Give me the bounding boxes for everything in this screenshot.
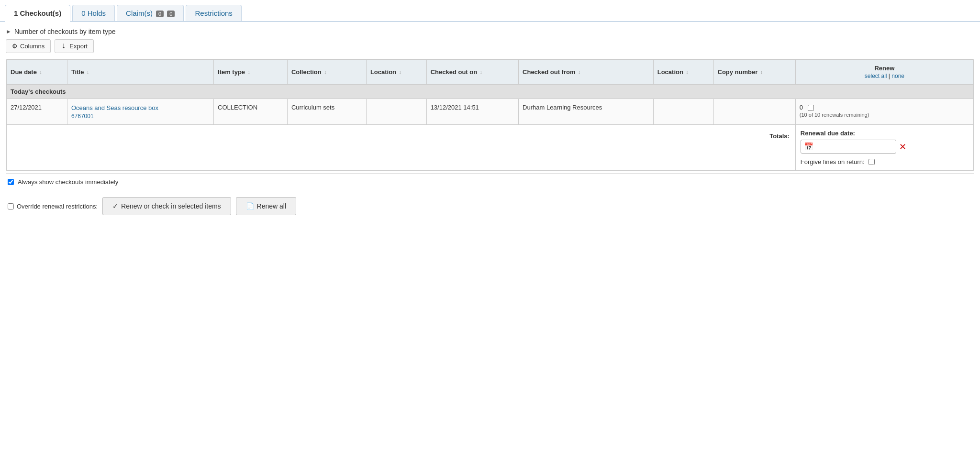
sort-icon[interactable]: ↕ bbox=[480, 70, 482, 75]
always-show-row: Always show checkouts immediately bbox=[6, 173, 974, 190]
renewal-due-date-label: Renewal due date: bbox=[801, 130, 969, 137]
cell-due-date: 27/12/2021 bbox=[7, 99, 67, 125]
checkouts-table-wrap: Due date ↕ Title ↕ Item type ↕ Collectio… bbox=[6, 59, 974, 171]
cell-location2 bbox=[653, 99, 713, 125]
totals-label: Totals: bbox=[769, 132, 790, 140]
sort-icon[interactable]: ↕ bbox=[399, 70, 401, 75]
section-header-row: Today's checkouts bbox=[7, 85, 974, 99]
th-collection: Collection ↕ bbox=[287, 60, 366, 85]
sort-icon[interactable]: ↕ bbox=[578, 70, 580, 75]
select-none-link[interactable]: none bbox=[891, 73, 904, 79]
claims-badge-1: 0 bbox=[156, 11, 164, 17]
sort-icon[interactable]: ↕ bbox=[686, 70, 689, 75]
forgive-fines-checkbox[interactable] bbox=[869, 159, 875, 165]
main-content: ► Number of checkouts by item type ⚙ Col… bbox=[0, 22, 980, 223]
override-label-text: Override renewal restrictions: bbox=[17, 203, 98, 210]
renew-checkbox[interactable] bbox=[808, 105, 814, 111]
cell-collection: Curriculum sets bbox=[287, 99, 366, 125]
tab-checkouts[interactable]: 1 Checkout(s) bbox=[5, 5, 70, 22]
totals-row: Totals: Renewal due date: 📅 ✕ Forgi bbox=[7, 125, 974, 171]
collapsible-label: Number of checkouts by item type bbox=[14, 28, 116, 35]
renew-selected-label: Renew or check in selected items bbox=[121, 202, 221, 210]
always-show-checkbox[interactable] bbox=[8, 179, 14, 185]
sort-icon[interactable]: ↕ bbox=[40, 70, 42, 75]
renewal-date-input[interactable] bbox=[815, 143, 892, 150]
totals-label-cell: Totals: bbox=[7, 125, 796, 171]
th-location2: Location ↕ bbox=[653, 60, 713, 85]
sort-icon[interactable]: ↕ bbox=[87, 70, 89, 75]
checkouts-table: Due date ↕ Title ↕ Item type ↕ Collectio… bbox=[6, 59, 974, 171]
sort-icon[interactable]: ↕ bbox=[248, 70, 250, 75]
bottom-bar: Override renewal restrictions: ✓ Renew o… bbox=[6, 190, 974, 217]
forgive-fines-row: Forgive fines on return: bbox=[801, 158, 969, 165]
th-item-type: Item type ↕ bbox=[214, 60, 288, 85]
renew-all-icon: 📄 bbox=[246, 202, 254, 210]
cell-item-type: COLLECTION bbox=[214, 99, 288, 125]
item-barcode: 6767001 bbox=[71, 113, 94, 120]
tab-holds-label: 0 Holds bbox=[81, 9, 106, 17]
th-renew: Renew select all | none bbox=[795, 60, 973, 85]
renew-count: 0 bbox=[800, 104, 803, 111]
tab-claims[interactable]: Claim(s) 0 0 bbox=[117, 5, 184, 21]
columns-button[interactable]: ⚙ Columns bbox=[6, 39, 51, 53]
th-copy-number: Copy number ↕ bbox=[713, 60, 795, 85]
renew-all-label: Renew all bbox=[257, 202, 286, 210]
th-title: Title ↕ bbox=[67, 60, 213, 85]
renew-all-button[interactable]: 📄 Renew all bbox=[236, 197, 296, 215]
select-all-link[interactable]: select all bbox=[865, 73, 887, 79]
date-input-field[interactable]: 📅 bbox=[801, 140, 896, 154]
override-label: Override renewal restrictions: bbox=[8, 203, 98, 210]
section-label: Today's checkouts bbox=[7, 85, 974, 99]
cell-location bbox=[366, 99, 426, 125]
gear-icon: ⚙ bbox=[12, 43, 18, 50]
claims-badge-2: 0 bbox=[167, 11, 175, 17]
sort-icon[interactable]: ↕ bbox=[324, 70, 326, 75]
th-location: Location ↕ bbox=[366, 60, 426, 85]
cell-checked-out-on: 13/12/2021 14:51 bbox=[426, 99, 518, 125]
renew-header-label: Renew bbox=[800, 65, 969, 72]
forgive-fines-label: Forgive fines on return: bbox=[801, 158, 865, 165]
th-due-date: Due date ↕ bbox=[7, 60, 67, 85]
th-checked-out-on: Checked out on ↕ bbox=[426, 60, 518, 85]
columns-label: Columns bbox=[20, 43, 45, 50]
toolbar: ⚙ Columns ⭳ Export bbox=[6, 39, 974, 53]
tab-checkouts-label: 1 Checkout(s) bbox=[14, 9, 61, 17]
collapsible-header[interactable]: ► Number of checkouts by item type bbox=[6, 28, 974, 35]
calendar-icon: 📅 bbox=[804, 142, 813, 151]
export-icon: ⭳ bbox=[61, 43, 67, 50]
tabs-container: 1 Checkout(s) 0 Holds Claim(s) 0 0 Restr… bbox=[0, 0, 980, 22]
tab-restrictions-label: Restrictions bbox=[195, 9, 232, 17]
item-title-link[interactable]: Oceans and Seas resource box bbox=[71, 104, 210, 112]
tab-claims-label: Claim(s) bbox=[126, 9, 153, 17]
table-row: 27/12/2021 Oceans and Seas resource box … bbox=[7, 99, 974, 125]
export-label: Export bbox=[69, 43, 88, 50]
sort-icon[interactable]: ↕ bbox=[760, 70, 763, 75]
table-header-row: Due date ↕ Title ↕ Item type ↕ Collectio… bbox=[7, 60, 974, 85]
clear-date-button[interactable]: ✕ bbox=[899, 143, 906, 151]
export-button[interactable]: ⭳ Export bbox=[55, 39, 94, 53]
renew-select-links: select all | none bbox=[800, 73, 969, 79]
cell-copy-number bbox=[713, 99, 795, 125]
tab-holds[interactable]: 0 Holds bbox=[72, 5, 115, 21]
always-show-label: Always show checkouts immediately bbox=[18, 178, 118, 186]
th-checked-out-from: Checked out from ↕ bbox=[519, 60, 654, 85]
totals-right-cell: Renewal due date: 📅 ✕ Forgive fines on r… bbox=[795, 125, 973, 171]
date-input-wrap: 📅 ✕ bbox=[801, 140, 969, 154]
collapse-arrow-icon: ► bbox=[6, 28, 11, 35]
tab-restrictions[interactable]: Restrictions bbox=[186, 5, 241, 21]
override-checkbox[interactable] bbox=[8, 203, 14, 209]
cell-renew: 0 (10 of 10 renewals remaining) bbox=[795, 99, 973, 125]
renewals-remaining: (10 of 10 renewals remaining) bbox=[800, 112, 969, 118]
cell-title: Oceans and Seas resource box 6767001 bbox=[67, 99, 213, 125]
renew-selected-button[interactable]: ✓ Renew or check in selected items bbox=[102, 197, 231, 215]
checkmark-icon: ✓ bbox=[112, 202, 118, 210]
cell-checked-out-from: Durham Learning Resources bbox=[519, 99, 654, 125]
